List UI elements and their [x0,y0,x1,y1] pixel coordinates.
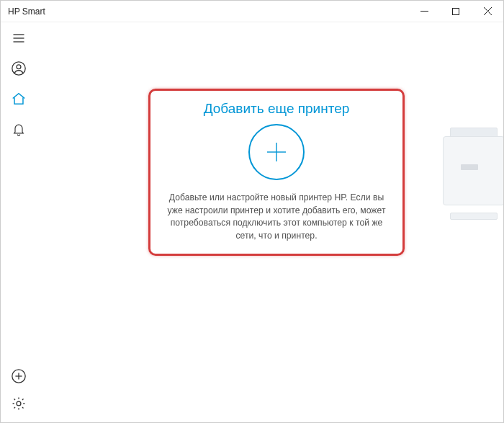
hamburger-icon[interactable] [10,30,27,47]
svg-point-8 [17,65,21,69]
minimize-button[interactable] [408,1,440,22]
sidebar [1,22,37,422]
window-controls [408,1,503,22]
maximize-button[interactable] [440,1,472,22]
sidebar-bottom [10,368,27,422]
printer-panel-icon [461,164,478,170]
add-icon[interactable] [10,368,27,385]
app-body: Добавить еще принтер Добавьте или настро… [1,22,503,422]
window-title: HP Smart [8,6,45,17]
svg-point-12 [17,401,21,406]
printer-body-icon [443,136,503,205]
close-button[interactable] [472,1,503,22]
app-window: HP Smart [0,0,504,423]
printer-tray-icon [450,213,498,220]
printer-image[interactable] [431,116,503,217]
svg-point-7 [12,62,25,75]
add-printer-description: Добавьте или настройте новый принтер HP.… [166,192,387,243]
add-printer-card[interactable]: Добавить еще принтер Добавьте или настро… [148,89,405,256]
titlebar: HP Smart [1,1,503,22]
main-content: Добавить еще принтер Добавьте или настро… [37,22,503,422]
settings-icon[interactable] [10,395,27,412]
svg-rect-1 [453,8,459,14]
plus-circle-icon[interactable] [248,124,305,180]
home-icon[interactable] [10,90,27,107]
add-printer-title: Добавить еще принтер [204,101,350,117]
bell-icon[interactable] [10,120,27,138]
account-icon[interactable] [10,60,27,77]
